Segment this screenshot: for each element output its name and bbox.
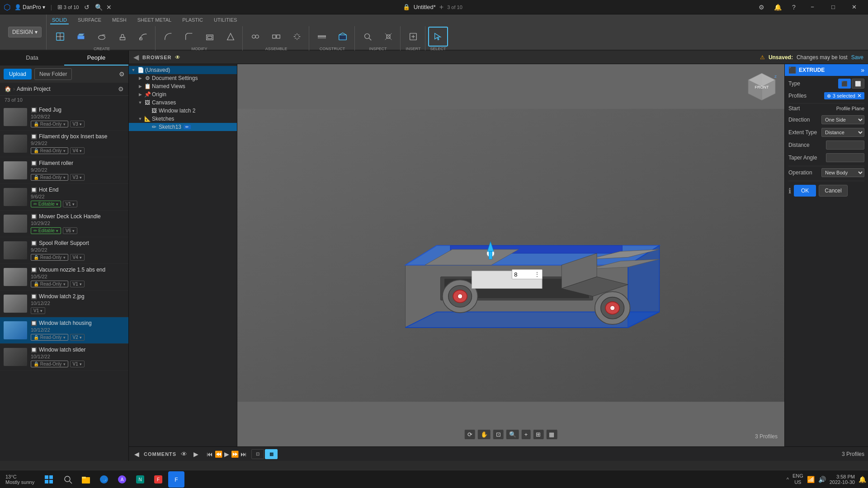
viewcube[interactable]: FRONT Z xyxy=(744,69,780,105)
upload-button[interactable]: Upload xyxy=(4,69,32,80)
taskbar-time[interactable]: 3:58 PM 2022-10-30 xyxy=(830,474,855,485)
loft-btn[interactable] xyxy=(113,27,132,47)
new-folder-button[interactable]: New Folder xyxy=(34,68,72,80)
new-tab-btn[interactable]: + xyxy=(439,3,443,11)
step-back-btn[interactable]: ⏪ xyxy=(215,450,222,458)
zoom-btn[interactable]: 🔍 xyxy=(506,429,519,440)
refresh-btn[interactable]: ↺ xyxy=(84,4,90,11)
comments-eye-btn[interactable]: 👁 xyxy=(179,450,189,459)
taskbar-search-btn[interactable] xyxy=(60,471,76,488)
access-badge[interactable]: 🔒 Read-Only ▾ xyxy=(31,281,68,287)
file-list-item[interactable]: 🔲 Feed Jug 10/28/22 🔒 Read-Only ▾V3 ▾ xyxy=(0,104,128,131)
browser-tree-item[interactable]: ▶ 📌 Origin xyxy=(129,90,237,99)
file-list-item[interactable]: 🔲 Window latch slider 10/12/22 🔒 Read-On… xyxy=(0,344,128,371)
revolve-btn[interactable] xyxy=(92,27,112,47)
access-badge[interactable]: 🔒 Read-Only ▾ xyxy=(31,147,68,154)
tree-arrow[interactable]: ▶ xyxy=(137,84,143,89)
access-badge[interactable]: 🔒 Read-Only ▾ xyxy=(31,254,68,261)
close-sidebar-btn[interactable]: ✕ xyxy=(106,4,112,11)
taskbar-fusion-btn[interactable]: F xyxy=(168,471,184,488)
view-options-btn[interactable]: ⊞ xyxy=(533,429,544,440)
taskbar-app3-btn[interactable]: F xyxy=(150,471,166,488)
browser-tree-item[interactable]: ▶ 📋 Named Views xyxy=(129,82,237,90)
taskbar-app1-btn[interactable]: A xyxy=(114,471,130,488)
notifications-btn[interactable]: 🔔 xyxy=(769,0,786,14)
operation-select[interactable]: New Body Join Cut Intersect xyxy=(821,168,864,177)
construct-btn1[interactable] xyxy=(312,27,332,47)
access-badge[interactable]: 🔒 Read-Only ▾ xyxy=(31,334,68,341)
type-btn-solid[interactable]: ⬛ xyxy=(838,79,851,89)
access-badge[interactable]: 🔒 Read-Only ▾ xyxy=(31,121,68,127)
assemble-btn2[interactable] xyxy=(266,27,286,47)
ok-button[interactable]: OK xyxy=(794,185,816,197)
data-tab[interactable]: Data xyxy=(0,51,64,66)
extrude-btn[interactable] xyxy=(71,27,91,47)
browser-tree-item[interactable]: ▼ 📐 Sketches xyxy=(129,115,237,123)
design-button[interactable]: DESIGN ▾ xyxy=(8,27,42,38)
windows-start-btn[interactable] xyxy=(40,472,58,487)
free-move-btn[interactable] xyxy=(287,27,307,47)
distance-input[interactable]: 8 mm xyxy=(826,141,864,150)
taskbar-edge-btn[interactable] xyxy=(96,471,112,488)
utilities-tab[interactable]: UTILITIES xyxy=(212,16,239,24)
extrude-input-overlay[interactable]: ⋮ xyxy=(512,269,542,279)
browser-tree-item[interactable]: ✏ Sketch13 ✏ xyxy=(129,123,237,131)
eye-icon[interactable]: 👁 xyxy=(175,54,180,61)
surface-tab[interactable]: SURFACE xyxy=(76,16,103,24)
inspect-btn2[interactable] xyxy=(378,27,398,47)
file-list-item[interactable]: 🔲 Window latch housing 10/12/22 🔒 Read-O… xyxy=(0,317,128,344)
profiles-clear-btn[interactable]: ✕ xyxy=(857,93,862,99)
orbit-btn[interactable]: ⟳ xyxy=(464,429,476,440)
taskbar-app2-btn[interactable]: N xyxy=(132,471,148,488)
cancel-button[interactable]: Cancel xyxy=(819,185,847,197)
file-list-item[interactable]: 🔲 Mower Deck Lock Handle 10/29/22 ✏ Edit… xyxy=(0,211,128,237)
fillet-btn[interactable] xyxy=(158,27,178,47)
timeline-btn2[interactable]: ▦ xyxy=(265,449,278,459)
draft-btn[interactable] xyxy=(221,27,241,47)
type-btn-surface[interactable]: ⬜ xyxy=(852,79,864,89)
play-btn[interactable]: ▶ xyxy=(224,450,229,458)
file-list-item[interactable]: 🔲 Vacuum nozzle 1.5 abs end 10/5/22 🔒 Re… xyxy=(0,264,128,291)
mesh-tab[interactable]: MESH xyxy=(110,16,128,24)
home-icon[interactable]: 🏠 xyxy=(5,86,11,92)
tree-arrow[interactable]: ▶ xyxy=(137,92,143,97)
shell-btn[interactable] xyxy=(200,27,220,47)
browser-tree-item[interactable]: ▶ ⚙ Document Settings xyxy=(129,74,237,82)
timeline-btn1[interactable]: ⊡ xyxy=(251,449,264,459)
taper-input[interactable]: 0.0 deg xyxy=(826,153,864,162)
minimize-btn[interactable]: − xyxy=(802,0,823,14)
extrude-collapse-btn[interactable]: » xyxy=(861,66,864,74)
settings-gear-icon[interactable]: ⚙ xyxy=(119,70,125,78)
close-btn[interactable]: ✕ xyxy=(844,0,864,14)
tree-arrow[interactable]: ▼ xyxy=(137,116,143,122)
extent-type-select[interactable]: Distance To Object Through All xyxy=(821,128,864,137)
browser-tree-item[interactable]: ▼ 📄 (Unsaved) xyxy=(129,66,237,74)
browser-tree-item[interactable]: ▼ 🖼 Canvases xyxy=(129,99,237,107)
select-btn[interactable] xyxy=(428,27,448,47)
file-list-item[interactable]: 🔲 Hot End 9/6/22 ✏ Editable ▾V1 ▾ xyxy=(0,184,128,211)
tree-arrow[interactable]: ▼ xyxy=(131,67,136,73)
access-badge[interactable]: 🔒 Read-Only ▾ xyxy=(31,174,68,181)
tree-arrow[interactable]: ▶ xyxy=(137,75,143,81)
construct-btn2[interactable] xyxy=(333,27,353,47)
save-button[interactable]: Save xyxy=(851,54,863,61)
step-forward-btn[interactable]: ⏩ xyxy=(231,450,239,458)
file-list-item[interactable]: 🔲 Spool Roller Support 9/20/22 🔒 Read-On… xyxy=(0,237,128,264)
direction-select[interactable]: One Side Two Sides Symmetric xyxy=(821,115,864,124)
input-menu-btn[interactable]: ⋮ xyxy=(534,271,540,278)
taskbar-explorer-btn[interactable] xyxy=(78,471,94,488)
access-badge[interactable]: ✏ Editable ▾ xyxy=(31,201,61,207)
sweep-btn[interactable] xyxy=(133,27,153,47)
display-mode-btn[interactable]: ▦ xyxy=(546,429,557,440)
help-btn[interactable]: ? xyxy=(786,0,802,14)
skip-start-btn[interactable]: ⏮ xyxy=(207,450,213,458)
maximize-btn[interactable]: □ xyxy=(823,0,844,14)
solid-tab[interactable]: SOLID xyxy=(50,16,69,24)
browser-tree-item[interactable]: 🖼 Window latch 2 xyxy=(129,107,237,115)
search-btn[interactable]: 🔍 xyxy=(95,4,103,11)
panel-toggle-btn[interactable]: ◀ xyxy=(133,53,139,61)
panel-toggle-right-btn[interactable]: ▶ xyxy=(192,450,200,459)
plastic-tab[interactable]: PLASTIC xyxy=(180,16,205,24)
skip-end-btn[interactable]: ⏭ xyxy=(241,450,247,458)
extrude-distance-input[interactable] xyxy=(514,271,532,278)
